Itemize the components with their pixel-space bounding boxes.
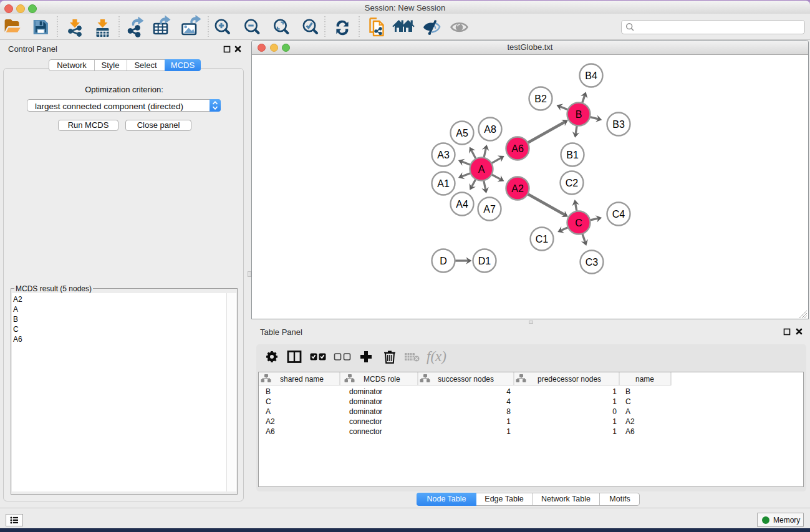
svg-text:A3: A3 bbox=[437, 150, 450, 160]
svg-text:predecessor nodes: predecessor nodes bbox=[538, 375, 601, 384]
svg-text:A2: A2 bbox=[511, 183, 524, 194]
svg-text:C4: C4 bbox=[612, 209, 625, 220]
svg-text:D1: D1 bbox=[478, 256, 491, 266]
svg-text:B2: B2 bbox=[534, 94, 547, 104]
svg-text:shared name: shared name bbox=[280, 375, 324, 384]
svg-text:B1: B1 bbox=[566, 150, 579, 160]
svg-text:A7: A7 bbox=[483, 204, 496, 215]
svg-text:D: D bbox=[440, 256, 447, 266]
svg-text:B3: B3 bbox=[612, 119, 625, 130]
svg-text:A1: A1 bbox=[437, 178, 450, 189]
svg-text:B4: B4 bbox=[585, 70, 597, 81]
svg-text:C: C bbox=[575, 218, 582, 228]
svg-text:A: A bbox=[478, 164, 485, 175]
svg-text:C3: C3 bbox=[586, 257, 599, 268]
svg-text:A8: A8 bbox=[484, 124, 496, 135]
svg-text:B: B bbox=[576, 109, 582, 120]
svg-text:A6: A6 bbox=[511, 143, 524, 154]
svg-text:MCDS role: MCDS role bbox=[364, 375, 400, 384]
svg-text:C2: C2 bbox=[566, 178, 579, 188]
svg-text:successor nodes: successor nodes bbox=[438, 375, 494, 384]
svg-text:name: name bbox=[635, 375, 654, 384]
svg-text:f(x): f(x) bbox=[427, 349, 446, 364]
svg-text:A4: A4 bbox=[456, 199, 468, 210]
svg-text:A5: A5 bbox=[456, 128, 468, 138]
svg-text:C1: C1 bbox=[536, 234, 549, 244]
